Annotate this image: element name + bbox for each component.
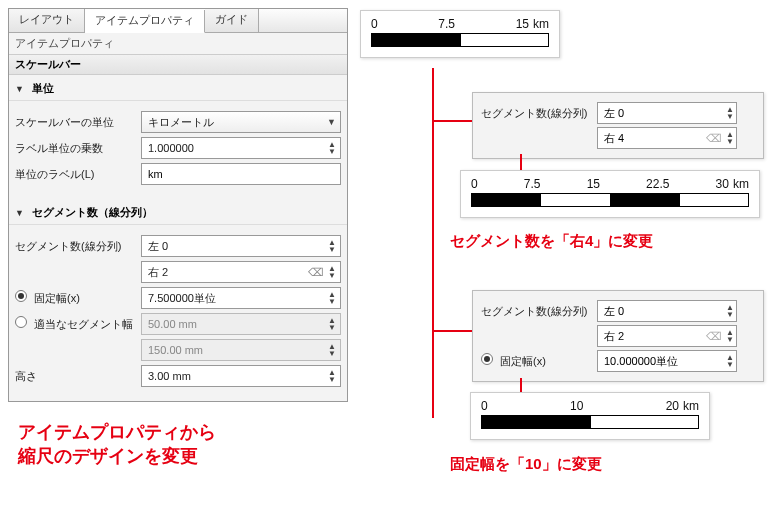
fixed10-fixed-value: 10.000000単位 [604,354,678,369]
group-segments[interactable]: ▼ セグメント数（線分列） [9,199,347,225]
scalebar-mid-ticks: 0 7.5 15 22.5 30km [471,177,749,191]
fixed-width-spin[interactable]: 7.500000単位 ▲▼ [141,287,341,309]
callout-line [432,330,472,332]
group-segments-label: セグメント数（線分列） [32,205,153,220]
segments-left-spin[interactable]: 左 0 ▲▼ [141,235,341,257]
fixed-width-value: 7.500000単位 [148,291,216,306]
spin-buttons[interactable]: ▲▼ [726,329,734,343]
fixed-width-radio-row: 固定幅(x) [15,290,135,306]
chevron-down-icon: ▼ [15,84,26,94]
fixed10-right-spin[interactable]: 右 2 ⌫ ▲▼ [597,325,737,347]
spin-buttons[interactable]: ▲▼ [328,239,336,253]
scalebar-segment [541,194,610,206]
settings-box-fixed10: セグメント数(線分列) 左 0 ▲▼ 右 2 ⌫ ▲▼ 固定幅(x) 10.00… [472,290,764,382]
auto-width-label: 適当なセグメント幅 [34,318,133,330]
tick: 7.5 [524,177,541,191]
label-multiplier-value: 1.000000 [148,142,194,154]
unit-label: km [733,177,749,191]
tick: 22.5 [646,177,669,191]
seg4-right-value: 右 4 [604,131,624,146]
scalebar-unit-label: スケールバーの単位 [15,115,135,130]
clear-icon[interactable]: ⌫ [706,132,722,145]
scalebar-preview-seg4: 0 7.5 15 22.5 30km [460,170,760,218]
height-value: 3.00 mm [148,370,191,382]
tab-guide[interactable]: ガイド [205,9,259,32]
spin-buttons[interactable]: ▲▼ [328,369,336,383]
label-multiplier-spin[interactable]: 1.000000 ▲▼ [141,137,341,159]
segments-right-spin[interactable]: 右 2 ⌫ ▲▼ [141,261,341,283]
auto-width-value1: 50.00 mm [148,318,197,330]
settings-box-seg4: セグメント数(線分列) 左 0 ▲▼ 右 4 ⌫ ▲▼ [472,92,764,159]
auto-width-spin1: 50.00 mm ▲▼ [141,313,341,335]
spin-buttons[interactable]: ▲▼ [328,291,336,305]
segments-right-value: 右 2 [148,265,168,280]
tick: 10 [570,399,583,413]
tick: 15 [587,177,600,191]
scalebar-mid-bar [471,193,749,207]
spin-buttons[interactable]: ▲▼ [328,265,336,279]
scalebar-segment [611,194,680,206]
section-scalebar-label: スケールバー [15,57,81,72]
spin-buttons: ▲▼ [328,317,336,331]
seg4-count-label: セグメント数(線分列) [481,106,591,121]
scalebar-segment [482,416,591,428]
spin-buttons[interactable]: ▲▼ [726,106,734,120]
callout-line [432,120,472,122]
tick: 0 [371,17,378,31]
chevron-down-icon: ▼ [15,208,26,218]
segments-left-value: 左 0 [148,239,168,254]
unit-label-value: km [148,168,163,180]
tab-bar: レイアウト アイテムプロパティ ガイド [9,9,347,33]
scalebar-unit-combo[interactable]: キロメートル ▼ [141,111,341,133]
scalebar-unit-value: キロメートル [148,115,214,130]
segments-rows: セグメント数(線分列) 左 0 ▲▼ 右 2 ⌫ ▲▼ 固定幅(x) [9,225,347,401]
auto-width-value2: 150.00 mm [148,344,203,356]
auto-width-radio-row: 適当なセグメント幅 [15,316,135,332]
callout-fixed10: 固定幅を「10」に変更 [450,455,602,474]
chevron-down-icon: ▼ [327,117,336,127]
fixed10-count-label: セグメント数(線分列) [481,304,591,319]
spin-buttons[interactable]: ▲▼ [726,304,734,318]
callout-seg4: セグメント数を「右4」に変更 [450,232,653,251]
clear-icon[interactable]: ⌫ [308,266,324,279]
scalebar-top-bar [371,33,549,47]
tab-layout[interactable]: レイアウト [9,9,85,32]
callout-main: アイテムプロパティから 縮尺のデザインを変更 [18,420,216,468]
fixed-width-radio[interactable] [15,290,27,302]
tick: 0 [471,177,478,191]
callout-main-line1: アイテムプロパティから [18,420,216,444]
scalebar-preview-top: 0 7.5 15km [360,10,560,58]
fixed10-fixed-row: 固定幅(x) [481,353,591,369]
seg4-left-spin[interactable]: 左 0 ▲▼ [597,102,737,124]
units-rows: スケールバーの単位 キロメートル ▼ ラベル単位の乗数 1.000000 ▲▼ … [9,101,347,199]
height-spin[interactable]: 3.00 mm ▲▼ [141,365,341,387]
unit-label-input[interactable]: km [141,163,341,185]
fixed10-radio[interactable] [481,353,493,365]
unit-label: km [683,399,699,413]
group-units[interactable]: ▼ 単位 [9,75,347,101]
fixed10-left-spin[interactable]: 左 0 ▲▼ [597,300,737,322]
scalebar-segment [472,194,541,206]
tab-item-properties[interactable]: アイテムプロパティ [85,10,205,33]
spin-buttons[interactable]: ▲▼ [726,354,734,368]
fixed10-left-value: 左 0 [604,304,624,319]
segments-count-label: セグメント数(線分列) [15,239,135,254]
scalebar-segment [461,34,549,46]
scalebar-segment [372,34,461,46]
seg4-right-spin[interactable]: 右 4 ⌫ ▲▼ [597,127,737,149]
auto-width-radio[interactable] [15,316,27,328]
spin-buttons: ▲▼ [328,343,336,357]
clear-icon[interactable]: ⌫ [706,330,722,343]
item-properties-panel: レイアウト アイテムプロパティ ガイド アイテムプロパティ スケールバー ▼ 単… [8,8,348,402]
tick: 30 [716,177,729,191]
tick: 0 [481,399,488,413]
spin-buttons[interactable]: ▲▼ [726,131,734,145]
spin-buttons[interactable]: ▲▼ [328,141,336,155]
fixed10-fixed-spin[interactable]: 10.000000単位 ▲▼ [597,350,737,372]
scalebar-low-ticks: 0 10 20km [481,399,699,413]
tick: 15 [516,17,529,31]
fixed10-right-value: 右 2 [604,329,624,344]
scalebar-segment [680,194,748,206]
scalebar-preview-fixed10: 0 10 20km [470,392,710,440]
scalebar-top-ticks: 0 7.5 15km [371,17,549,31]
